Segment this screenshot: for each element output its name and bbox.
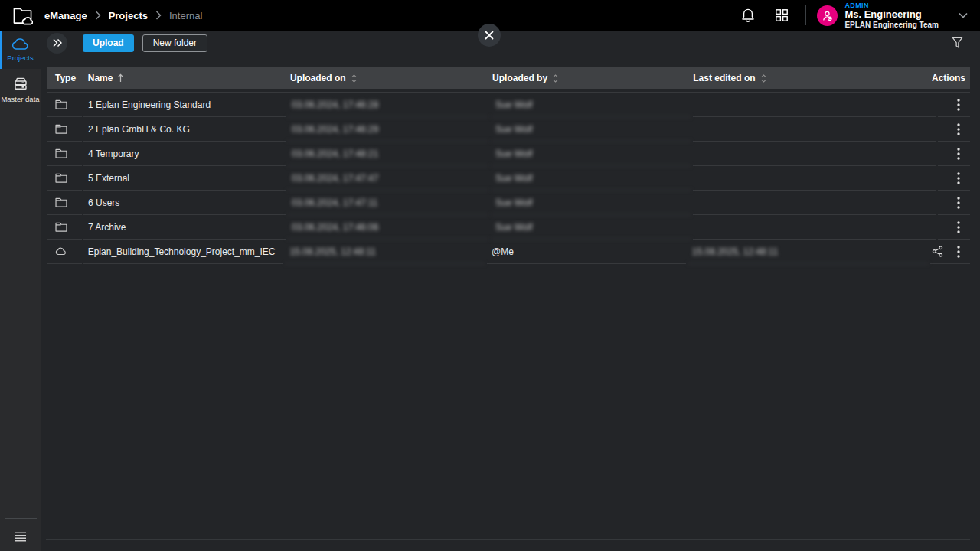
chevron-right-icon [155, 11, 162, 20]
column-header-name[interactable]: Name [83, 67, 284, 89]
column-header-last-edited-on[interactable]: Last edited on [688, 67, 930, 89]
column-header-type[interactable]: Type [47, 67, 82, 89]
chevron-down-icon[interactable] [959, 12, 968, 18]
row-actions [938, 166, 970, 191]
row-uploaded-by: Sue Wolf [491, 93, 691, 117]
emanage-logo-icon[interactable] [11, 5, 34, 26]
row-last-edited-on [693, 142, 936, 166]
row-uploaded-on: 03.06.2024, 17:46:29 [287, 117, 489, 142]
row-type-cell [47, 142, 82, 166]
row-name[interactable]: 2 Eplan GmbH & Co. KG [83, 117, 286, 142]
database-icon [11, 73, 30, 92]
row-name[interactable]: 1 Eplan Engineering Standard [83, 93, 286, 117]
cloud-icon [11, 37, 30, 51]
row-name[interactable]: 4 Temporary [83, 142, 286, 166]
hamburger-menu-icon[interactable] [0, 532, 41, 542]
topbar-actions: ADMIN Ms. Engineering EPLAN Engineering … [737, 2, 969, 30]
kebab-menu-icon[interactable] [952, 96, 965, 113]
sidebar: Projects Master data [0, 31, 41, 551]
column-header-uploaded-on[interactable]: Uploaded on [286, 67, 486, 89]
table-header: Type Name Uploaded on Uploaded by [47, 67, 970, 89]
column-label: Last edited on [693, 73, 755, 83]
sort-ascending-icon[interactable] [117, 73, 124, 83]
table-row[interactable]: 7 Archive03.06.2024, 17:46:06Sue Wolf [47, 215, 970, 240]
row-actions [930, 240, 970, 264]
row-uploaded-on: 03.06.2024, 17:47:11 [287, 191, 489, 215]
expand-panel-button[interactable] [47, 33, 67, 54]
app-launcher-grid-icon[interactable] [770, 4, 793, 27]
row-name[interactable]: 5 External [83, 166, 286, 191]
user-avatar[interactable] [817, 5, 838, 26]
column-label: Actions [932, 73, 965, 83]
share-icon[interactable] [930, 243, 944, 260]
table-row[interactable]: Eplan_Building_Technology_Project_mm_IEC… [47, 240, 970, 264]
row-last-edited-on: 15.08.2025, 12:48:11 [688, 240, 929, 264]
projects-table: Type Name Uploaded on Uploaded by [47, 67, 970, 264]
row-last-edited-on [693, 166, 936, 191]
breadcrumb-emanage[interactable]: eManage [44, 10, 87, 21]
notifications-bell-icon[interactable] [737, 4, 760, 27]
kebab-menu-icon[interactable] [952, 219, 965, 236]
row-uploaded-by: Sue Wolf [491, 215, 691, 240]
kebab-menu-icon[interactable] [952, 170, 965, 187]
row-type-cell [47, 215, 82, 240]
table-row[interactable]: 2 Eplan GmbH & Co. KG03.06.2024, 17:46:2… [47, 117, 970, 142]
close-x-icon [485, 31, 494, 40]
column-header-uploaded-by[interactable]: Uploaded by [488, 67, 687, 89]
sidebar-item-projects[interactable]: Projects [0, 31, 41, 69]
row-last-edited-on [693, 117, 936, 142]
column-label: Type [55, 73, 76, 83]
user-team: EPLAN Engineering Team [844, 21, 939, 30]
table-row[interactable]: 4 Temporary03.06.2024, 17:48:21Sue Wolf [47, 142, 970, 166]
new-folder-button[interactable]: New folder [142, 34, 207, 52]
sort-toggle-icon[interactable] [351, 73, 358, 83]
main-content: Upload New folder Type Name Uploaded on [42, 31, 980, 551]
column-header-actions: Actions [932, 67, 970, 89]
kebab-menu-icon[interactable] [952, 194, 965, 211]
content-bottom-divider [46, 539, 970, 540]
row-uploaded-by: Sue Wolf [491, 191, 691, 215]
table-row[interactable]: 1 Eplan Engineering Standard03.06.2024, … [47, 93, 970, 117]
row-uploaded-by: Sue Wolf [491, 166, 691, 191]
folder-icon [55, 222, 67, 232]
row-name[interactable]: 7 Archive [83, 215, 286, 240]
funnel-icon [952, 37, 963, 49]
folder-icon [55, 197, 67, 207]
row-type-cell [47, 240, 82, 264]
table-row[interactable]: 5 External03.06.2024, 17:47:47Sue Wolf [47, 166, 970, 191]
column-label: Uploaded by [492, 73, 547, 83]
kebab-menu-icon[interactable] [952, 243, 965, 260]
table-row[interactable]: 6 Users03.06.2024, 17:47:11Sue Wolf [47, 191, 970, 215]
row-name[interactable]: 6 Users [83, 191, 286, 215]
row-uploaded-on: 03.06.2024, 17:47:47 [287, 166, 489, 191]
row-actions [938, 117, 970, 142]
sort-toggle-icon[interactable] [760, 73, 767, 83]
row-type-cell [47, 166, 82, 191]
row-uploaded-on: 03.06.2024, 17:48:21 [287, 142, 489, 166]
topbar-divider [805, 5, 806, 25]
toolbar: Upload New folder [42, 31, 980, 55]
double-chevron-right-icon [52, 38, 63, 47]
kebab-menu-icon[interactable] [952, 145, 965, 162]
sidebar-item-master-data[interactable]: Master data [0, 69, 41, 107]
table-body: 1 Eplan Engineering Standard03.06.2024, … [47, 92, 970, 264]
filter-button[interactable] [952, 37, 963, 49]
row-uploaded-on: 15.08.2025, 12:48:11 [285, 240, 485, 264]
row-actions [938, 191, 970, 215]
row-name[interactable]: Eplan_Building_Technology_Project_mm_IEC [83, 240, 284, 264]
row-last-edited-on [693, 93, 936, 117]
kebab-menu-icon[interactable] [952, 121, 965, 138]
sort-toggle-icon[interactable] [552, 73, 559, 83]
chevron-right-icon [95, 11, 101, 20]
upload-button[interactable]: Upload [83, 34, 134, 52]
sidebar-item-label: Projects [7, 54, 33, 62]
row-uploaded-on: 03.06.2024, 17:46:28 [287, 93, 489, 117]
cloud-icon [55, 247, 67, 256]
column-label: Uploaded on [290, 73, 346, 83]
breadcrumb-projects[interactable]: Projects [109, 10, 148, 21]
close-button[interactable] [478, 24, 501, 47]
folder-icon [55, 173, 67, 183]
row-uploaded-on: 03.06.2024, 17:46:06 [287, 215, 489, 240]
user-menu[interactable]: ADMIN Ms. Engineering EPLAN Engineering … [844, 2, 939, 30]
row-type-cell [47, 117, 82, 142]
